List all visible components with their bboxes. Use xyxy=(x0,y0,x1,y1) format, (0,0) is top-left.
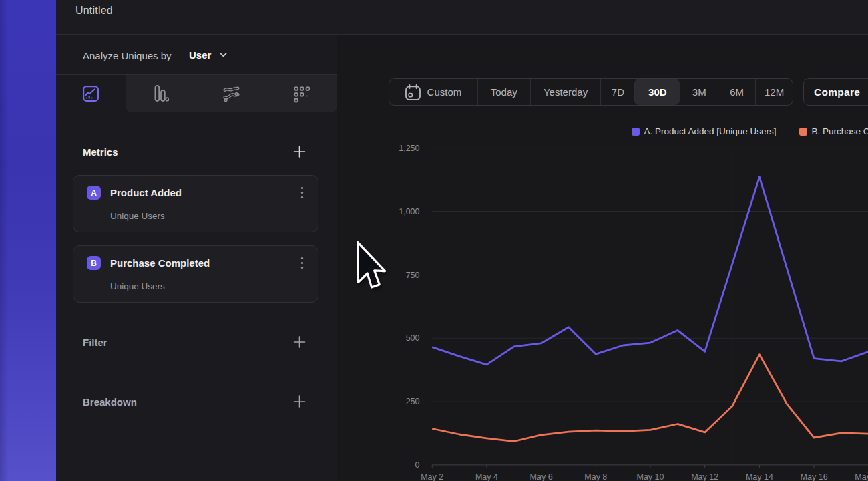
svg-text:May 12: May 12 xyxy=(691,472,718,481)
svg-text:500: 500 xyxy=(406,333,420,343)
svg-text:1,250: 1,250 xyxy=(399,144,419,153)
svg-text:May 16: May 16 xyxy=(801,472,828,481)
svg-text:May 18: May 18 xyxy=(855,472,868,481)
svg-text:1,000: 1,000 xyxy=(399,207,419,216)
svg-text:May 4: May 4 xyxy=(475,472,498,481)
svg-text:May 2: May 2 xyxy=(421,472,443,481)
svg-text:May 6: May 6 xyxy=(530,472,553,481)
svg-text:May 8: May 8 xyxy=(584,472,607,481)
svg-text:0: 0 xyxy=(415,460,420,470)
svg-text:May 10: May 10 xyxy=(637,472,664,481)
svg-text:750: 750 xyxy=(406,271,420,280)
svg-text:May 14: May 14 xyxy=(746,472,773,481)
svg-text:250: 250 xyxy=(406,397,420,406)
